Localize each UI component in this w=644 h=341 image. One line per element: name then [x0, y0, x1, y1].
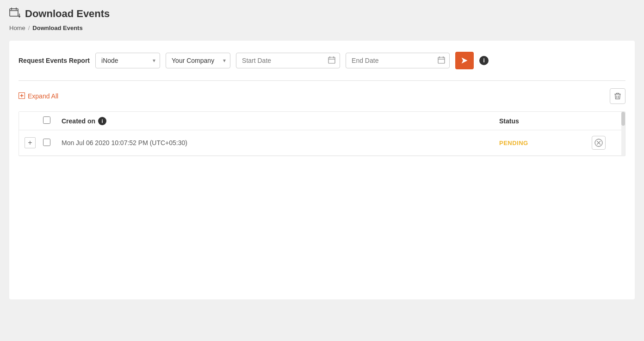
check-col-header [43, 116, 62, 125]
filter-label: Request Events Report [19, 57, 90, 64]
row-check-cell [43, 139, 62, 147]
node-select[interactable]: iNode Node1 Node2 [95, 53, 160, 68]
svg-marker-13 [462, 58, 468, 64]
row-created-on: Mon Jul 06 2020 10:07:52 PM (UTC+05:30) [62, 139, 499, 146]
events-table: Created on i Status + Mon Jul 06 2020 10… [19, 111, 625, 156]
created-on-col-header: Created on i [62, 117, 499, 125]
created-on-info-icon[interactable]: i [98, 117, 106, 125]
row-action-cell [592, 136, 619, 150]
section-divider [19, 80, 625, 81]
delete-all-button[interactable] [610, 88, 625, 104]
row-checkbox[interactable] [43, 139, 50, 146]
filter-row: Request Events Report iNode Node1 Node2 … [19, 52, 625, 69]
table-header: Created on i Status [19, 112, 625, 130]
main-card: Request Events Report iNode Node1 Node2 … [9, 41, 635, 299]
cancel-row-button[interactable] [592, 136, 606, 150]
download-events-icon [9, 7, 20, 20]
breadcrumb: Home / Download Events [9, 24, 635, 31]
table-row: + Mon Jul 06 2020 10:07:52 PM (UTC+05:30… [19, 130, 625, 156]
node-select-wrapper: iNode Node1 Node2 ▾ [95, 53, 160, 68]
company-select-wrapper: Your Company Company A Company B ▾ [166, 53, 230, 68]
start-date-wrapper [236, 53, 340, 68]
table-toolbar: Expand All [19, 88, 625, 104]
breadcrumb-home[interactable]: Home [9, 24, 25, 31]
end-date-input[interactable] [346, 53, 450, 68]
row-expand-cell: + [25, 137, 43, 148]
expand-all-icon [19, 92, 25, 100]
start-date-input[interactable] [236, 53, 340, 68]
expand-all-button[interactable]: Expand All [19, 92, 58, 100]
scrollbar-thumb [621, 112, 625, 126]
row-expand-button[interactable]: + [25, 137, 36, 148]
filter-info-icon[interactable]: i [479, 56, 489, 65]
svg-rect-0 [10, 9, 18, 16]
end-date-wrapper [346, 53, 450, 68]
status-col-header: Status [499, 117, 592, 125]
breadcrumb-current: Download Events [32, 24, 82, 31]
company-select[interactable]: Your Company Company A Company B [166, 53, 230, 68]
scrollbar[interactable] [621, 112, 625, 156]
breadcrumb-separator: / [28, 24, 30, 31]
page-title: Download Events [25, 8, 110, 20]
select-all-checkbox[interactable] [43, 116, 50, 124]
submit-button[interactable] [455, 52, 474, 69]
row-status: PENDING [499, 139, 592, 146]
